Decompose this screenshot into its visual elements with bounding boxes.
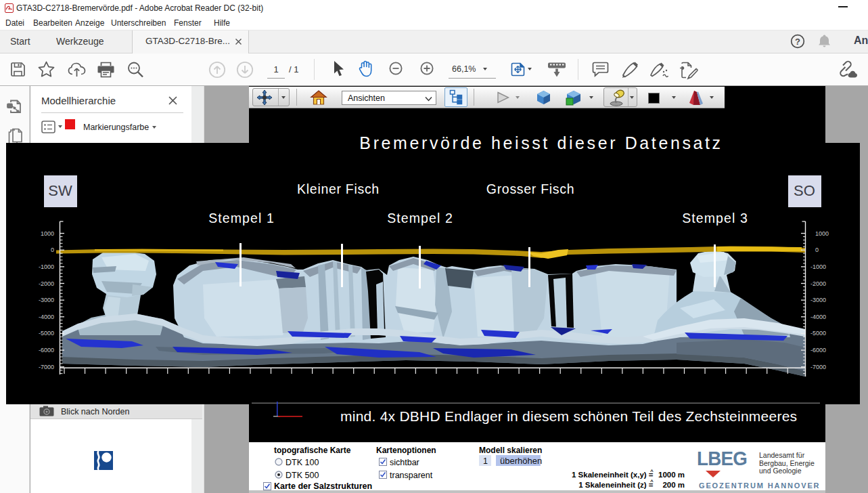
svg-text:?: ? (795, 37, 800, 47)
